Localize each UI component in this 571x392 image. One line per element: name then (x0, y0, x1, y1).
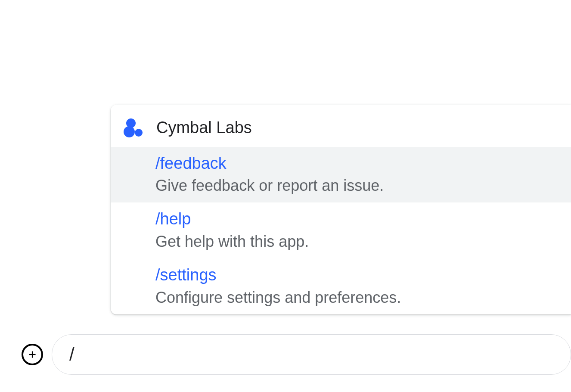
command-list: /feedback Give feedback or report an iss… (111, 147, 571, 314)
plus-icon (27, 349, 38, 360)
message-input[interactable] (69, 344, 553, 365)
popup-header: Cymbal Labs (111, 105, 571, 147)
command-description: Configure settings and preferences. (155, 287, 558, 308)
command-item-help[interactable]: /help Get help with this app. (111, 202, 571, 258)
add-button[interactable] (22, 344, 43, 365)
compose-row (22, 334, 571, 375)
slash-command-popup: Cymbal Labs /feedback Give feedback or r… (111, 105, 571, 314)
command-item-settings[interactable]: /settings Configure settings and prefere… (111, 258, 571, 314)
command-name: /settings (155, 264, 558, 286)
cymbal-labs-icon (124, 118, 144, 138)
command-name: /feedback (155, 153, 558, 174)
command-item-feedback[interactable]: /feedback Give feedback or report an iss… (111, 147, 571, 203)
command-description: Give feedback or report an issue. (155, 175, 558, 196)
command-name: /help (155, 208, 558, 230)
command-description: Get help with this app. (155, 231, 558, 252)
app-name-label: Cymbal Labs (156, 118, 252, 137)
message-input-container[interactable] (52, 334, 571, 375)
